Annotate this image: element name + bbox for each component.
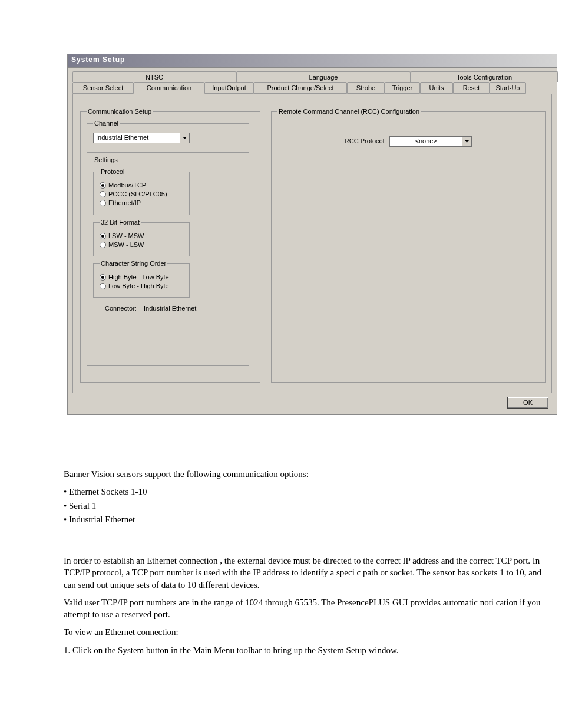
connector-label: Connector: xyxy=(105,305,137,312)
chevron-down-icon xyxy=(180,133,189,143)
list-item: • Industrial Ethernet xyxy=(64,513,544,525)
tab-top[interactable]: NTSC xyxy=(72,71,236,82)
char-order-option-label: High Byte - Low Byte xyxy=(108,274,169,281)
protocol-option-label: Modbus/TCP xyxy=(108,182,146,189)
settings-legend: Settings xyxy=(93,156,119,163)
bit-format-option[interactable]: MSW - LSW xyxy=(100,241,183,248)
protocol-group: Protocol Modbus/TCPPCCC (SLC/PLC05)Ether… xyxy=(93,168,190,215)
protocol-legend: Protocol xyxy=(100,168,125,175)
rcc-legend: Remote Command Channel (RCC) Configurati… xyxy=(277,108,421,115)
rcc-protocol-dropdown[interactable]: <none> xyxy=(389,136,472,147)
radio-icon xyxy=(100,283,106,289)
char-string-order-legend: Character String Order xyxy=(100,260,167,267)
dialog-button-row: OK xyxy=(68,393,557,409)
step-1: 1. Click on the System button in the Mai… xyxy=(64,644,544,656)
ethernet-paragraph-1: In order to establish an Ethernet connec… xyxy=(64,555,544,591)
bit-format-option[interactable]: LSW - MSW xyxy=(100,232,183,239)
protocol-option-label: PCCC (SLC/PLC05) xyxy=(108,190,167,197)
protocol-option[interactable]: Modbus/TCP xyxy=(100,182,183,189)
tab-inputoutput[interactable]: InputOutput xyxy=(204,82,254,94)
bit-format-legend: 32 Bit Format xyxy=(100,219,141,226)
list-item: • Ethernet Sockets 1-10 xyxy=(64,486,544,498)
connector-row: Connector: Industrial Ethernet xyxy=(93,305,243,312)
radio-icon xyxy=(100,200,106,206)
radio-icon xyxy=(100,191,106,197)
tab-sensor-select[interactable]: Sensor Select xyxy=(72,82,134,94)
connector-value: Industrial Ethernet xyxy=(144,305,196,312)
bit-format-group: 32 Bit Format LSW - MSWMSW - LSW xyxy=(93,219,190,256)
char-order-option[interactable]: High Byte - Low Byte xyxy=(100,274,183,281)
channel-dropdown-value: Industrial Ethernet xyxy=(94,133,180,143)
communication-setup-legend: Communication Setup xyxy=(87,108,153,115)
protocol-option[interactable]: Ethernet/IP xyxy=(100,199,183,206)
chevron-down-icon xyxy=(462,137,471,146)
tab-content-communication: Communication Setup Channel Industrial E… xyxy=(72,94,552,393)
document-prose: Banner Vision sensors support the follow… xyxy=(64,468,544,656)
tab-top[interactable]: Language xyxy=(236,71,411,82)
ethernet-paragraph-2: Valid user TCP/IP port numbers are in th… xyxy=(64,597,544,621)
char-order-option-label: Low Byte - High Byte xyxy=(108,282,169,289)
intro-paragraph: Banner Vision sensors support the follow… xyxy=(64,468,544,480)
char-string-order-group: Character String Order High Byte - Low B… xyxy=(93,260,190,298)
dialog-title: System Setup xyxy=(67,54,557,68)
char-order-option[interactable]: Low Byte - High Byte xyxy=(100,282,183,289)
bit-format-option-label: LSW - MSW xyxy=(108,232,144,239)
rcc-protocol-label: RCC Protocol xyxy=(345,137,384,144)
rcc-protocol-value: <none> xyxy=(390,137,462,146)
tab-communication[interactable]: Communication xyxy=(134,82,204,94)
tabs-second: Sensor SelectCommunicationInputOutputPro… xyxy=(72,82,552,94)
protocol-option[interactable]: PCCC (SLC/PLC05) xyxy=(100,190,183,197)
tab-start-up[interactable]: Start-Up xyxy=(490,82,526,94)
dialog-body: NTSCLanguageTools Configuration Sensor S… xyxy=(67,68,557,415)
communication-setup-group: Communication Setup Channel Industrial E… xyxy=(80,108,260,383)
rcc-config-group: Remote Command Channel (RCC) Configurati… xyxy=(271,108,546,383)
tab-product-change-select[interactable]: Product Change/Select xyxy=(254,82,347,94)
list-item: • Serial 1 xyxy=(64,500,544,512)
tab-units[interactable]: Units xyxy=(420,82,453,94)
settings-group: Settings Protocol Modbus/TCPPCCC (SLC/PL… xyxy=(87,156,249,366)
options-list: • Ethernet Sockets 1-10• Serial 1• Indus… xyxy=(64,486,544,525)
ethernet-paragraph-3: To view an Ethernet connection: xyxy=(64,626,544,638)
bit-format-option-label: MSW - LSW xyxy=(108,241,144,248)
tab-reset[interactable]: Reset xyxy=(453,82,490,94)
ok-button[interactable]: OK xyxy=(507,397,548,409)
radio-icon xyxy=(100,242,106,248)
tab-strobe[interactable]: Strobe xyxy=(347,82,385,94)
radio-icon xyxy=(100,182,106,189)
channel-legend: Channel xyxy=(93,120,120,127)
channel-dropdown[interactable]: Industrial Ethernet xyxy=(93,133,190,143)
radio-icon xyxy=(100,233,106,239)
radio-icon xyxy=(100,274,106,281)
channel-group: Channel Industrial Ethernet xyxy=(87,120,249,153)
tab-trigger[interactable]: Trigger xyxy=(385,82,420,94)
tab-top[interactable]: Tools Configuration xyxy=(411,71,558,82)
tabs-top: NTSCLanguageTools Configuration xyxy=(72,71,552,82)
protocol-option-label: Ethernet/IP xyxy=(108,199,141,206)
system-setup-dialog: System Setup NTSCLanguageTools Configura… xyxy=(67,54,557,415)
